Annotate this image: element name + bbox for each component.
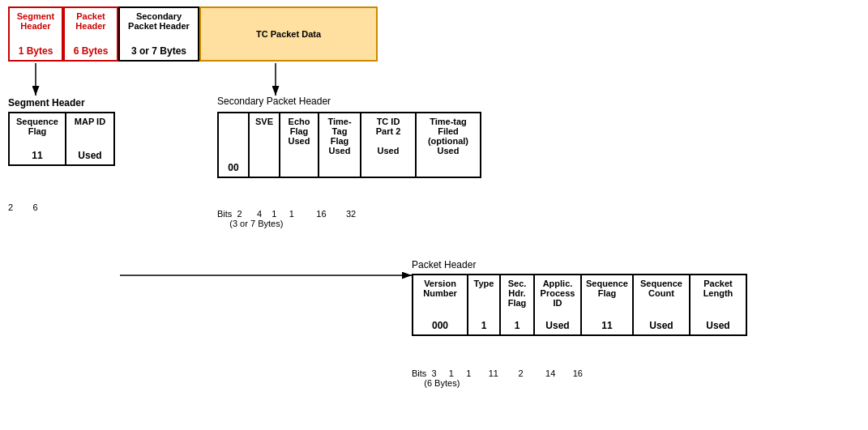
tc-packet-data-box: TC Packet Data xyxy=(199,6,378,62)
ph-col0-label: VersionNumber xyxy=(423,279,457,298)
map-id-value: Used xyxy=(78,150,101,161)
top-headers: SegmentHeader 1 Bytes PacketHeader 6 Byt… xyxy=(8,6,378,62)
ph-col0: VersionNumber 000 xyxy=(413,275,468,335)
sph-col4-label: TC IDPart 2Used xyxy=(376,117,401,155)
arrows-svg xyxy=(0,0,868,430)
ph-col6-label: PacketLength xyxy=(703,279,733,298)
sph-col1-label: SVE xyxy=(255,117,273,126)
sph-col2: EchoFlagUsed xyxy=(280,113,319,177)
seq-flag-label: SequenceFlag xyxy=(16,117,58,136)
secondary-bits-row: Bits 2 4 1 1 16 32 (3 or 7 Bytes) xyxy=(217,209,356,228)
packet-header-label: Packet Header xyxy=(412,259,476,270)
secondary-header-title: SecondaryPacket Header xyxy=(125,11,193,31)
sph-col3: Time-TagFlagUsed xyxy=(319,113,361,177)
secondary-table: 00 SVE EchoFlagUsed Time-TagFlagUsed xyxy=(217,112,481,178)
secondary-header-bytes: 3 or 7 Bytes xyxy=(125,45,193,57)
secondary-header-label: Secondary Packet Header xyxy=(217,96,331,107)
packet-header-title: PacketHeader xyxy=(70,11,112,31)
segment-header-bytes: 1 Bytes xyxy=(15,45,57,57)
ph-col4: SequenceFlag 11 xyxy=(581,275,633,335)
ph-col2: Sec.Hdr.Flag 1 xyxy=(500,275,534,335)
packet-table: VersionNumber 000 Type 1 Sec.Hdr.Flag 1 … xyxy=(412,274,747,336)
ph-col2-label: Sec.Hdr.Flag xyxy=(508,279,527,308)
ph-col6: PacketLength Used xyxy=(690,275,746,335)
ph-col1-value: 1 xyxy=(481,320,487,331)
ph-col1-label: Type xyxy=(474,279,494,288)
segment-bits-label: 2 6 xyxy=(8,202,38,212)
secondary-packet-header-box: SecondaryPacket Header 3 or 7 Bytes xyxy=(118,6,199,62)
segment-header-label: Segment Header xyxy=(8,97,85,109)
packet-bits-row: Bits 3 1 1 11 2 14 16 (6 Bytes) xyxy=(412,368,583,388)
sph-col3-label: Time-TagFlagUsed xyxy=(327,117,351,155)
ph-col3: Applic.ProcessID Used xyxy=(534,275,581,335)
map-id-cell: MAP ID Used xyxy=(66,113,114,165)
segment-header-title: SegmentHeader xyxy=(15,11,57,31)
sph-col4: TC IDPart 2Used xyxy=(361,113,416,177)
segment-table: SequenceFlag 11 MAP ID Used xyxy=(8,112,115,166)
ph-col6-value: Used xyxy=(706,320,729,331)
ph-col4-label: SequenceFlag xyxy=(586,279,628,298)
sph-col0: 00 xyxy=(218,113,249,177)
ph-col3-label: Applic.ProcessID xyxy=(541,279,575,308)
segment-bits-row: 2 6 xyxy=(8,202,38,212)
ph-col4-value: 11 xyxy=(601,320,612,331)
ph-col5: SequenceCount Used xyxy=(633,275,690,335)
ph-col5-label: SequenceCount xyxy=(640,279,682,298)
seq-flag-cell: SequenceFlag 11 xyxy=(9,113,66,165)
packet-header-bytes: 6 Bytes xyxy=(70,45,112,57)
ph-col1: Type 1 xyxy=(468,275,500,335)
sph-col0-value: 00 xyxy=(228,162,238,173)
ph-col0-value: 000 xyxy=(432,320,448,331)
segment-header-box: SegmentHeader 1 Bytes xyxy=(8,6,63,62)
ph-col5-value: Used xyxy=(649,320,673,331)
sph-col5: Time-tagFiled(optional)Used xyxy=(416,113,481,177)
map-id-label: MAP ID xyxy=(75,117,105,126)
sph-col5-label: Time-tagFiled(optional)Used xyxy=(428,117,468,155)
sph-col1: SVE xyxy=(249,113,280,177)
diagram: SegmentHeader 1 Bytes PacketHeader 6 Byt… xyxy=(0,0,868,430)
seq-flag-value: 11 xyxy=(32,150,42,161)
ph-col2-value: 1 xyxy=(515,320,520,331)
packet-header-box: PacketHeader 6 Bytes xyxy=(63,6,118,62)
sph-col2-label: EchoFlagUsed xyxy=(289,117,310,146)
tc-data-title: TC Packet Data xyxy=(206,29,371,39)
ph-col3-value: Used xyxy=(545,320,569,331)
